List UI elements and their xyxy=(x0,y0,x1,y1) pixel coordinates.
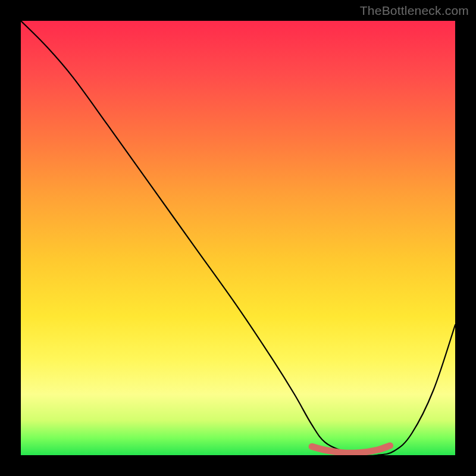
chart-plot-area xyxy=(21,21,455,455)
chart-frame: TheBottleneck.com xyxy=(0,0,476,476)
minimum-highlight-path xyxy=(312,446,390,453)
watermark-text: TheBottleneck.com xyxy=(360,4,469,18)
chart-svg xyxy=(21,21,455,455)
bottleneck-curve-path xyxy=(21,21,455,455)
